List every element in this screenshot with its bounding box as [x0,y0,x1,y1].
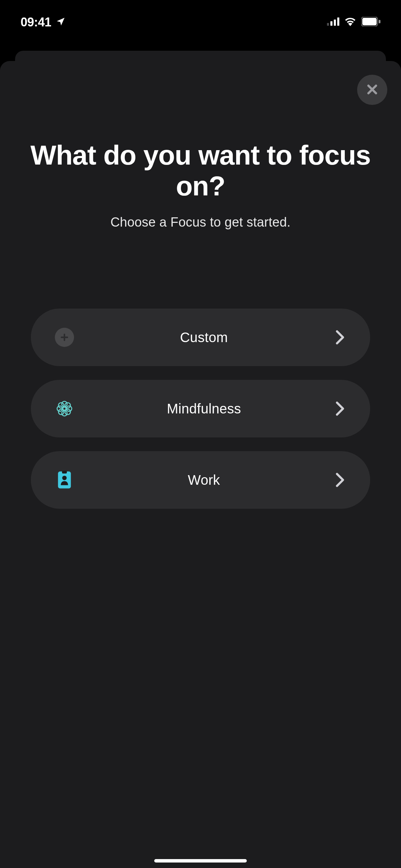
svg-rect-5 [362,18,377,25]
chevron-right-icon [333,473,347,487]
svg-point-13 [65,403,71,408]
chevron-right-icon [333,402,347,415]
svg-point-11 [66,406,72,411]
focus-option-work[interactable]: Work [31,451,370,509]
close-icon [366,83,379,97]
status-bar: 09:41 [0,0,401,45]
svg-point-9 [62,411,67,416]
page-subtitle: Choose a Focus to get started. [27,215,374,230]
svg-point-14 [59,409,64,415]
lotus-icon [54,398,75,419]
cellular-icon [327,17,339,27]
focus-setup-sheet: What do you want to focus on? Choose a F… [0,61,401,868]
svg-rect-1 [330,21,332,26]
close-button[interactable] [357,75,387,105]
chevron-right-icon [333,330,347,344]
battery-icon [361,17,380,28]
home-indicator[interactable] [154,859,247,863]
status-left: 09:41 [21,15,66,29]
focus-option-mindfulness[interactable]: Mindfulness [31,380,370,437]
header-section: What do you want to focus on? Choose a F… [14,140,387,230]
focus-option-custom[interactable]: Custom [31,309,370,366]
option-label: Work [75,472,333,488]
svg-point-15 [65,409,71,415]
option-label: Mindfulness [75,401,333,417]
svg-point-18 [62,476,67,480]
svg-rect-0 [327,23,329,26]
svg-point-8 [62,401,67,407]
status-right [327,17,380,28]
svg-point-12 [59,403,64,408]
svg-rect-6 [379,20,380,23]
svg-rect-3 [337,17,339,26]
svg-rect-17 [62,471,67,473]
svg-point-10 [57,406,63,411]
location-icon [56,16,66,28]
plus-circle-icon [54,327,75,348]
badge-icon [54,470,75,490]
page-title: What do you want to focus on? [27,140,374,201]
option-label: Custom [75,330,333,345]
status-time: 09:41 [21,15,51,29]
wifi-icon [344,17,356,27]
svg-rect-2 [334,20,336,26]
focus-options-list: Custom [14,309,387,509]
